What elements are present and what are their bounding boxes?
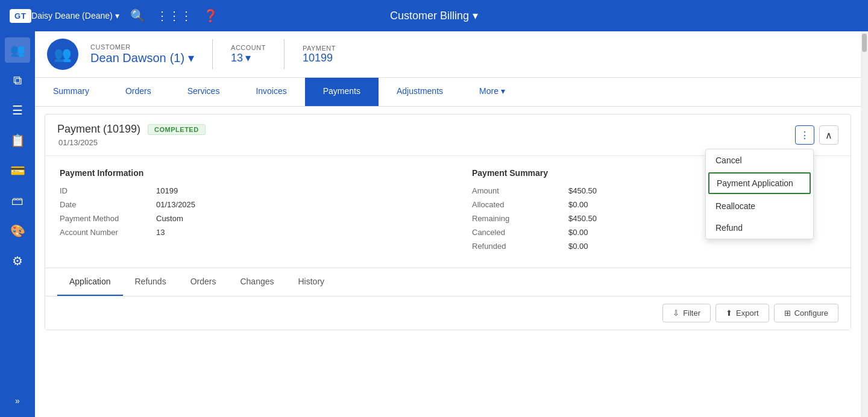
payment-date: 01/13/2025 (58, 138, 206, 147)
sidebar-item-calculator[interactable]: 🗃 (5, 188, 30, 213)
grid-icon[interactable]: ⋮⋮⋮ (156, 8, 192, 23)
sidebar-expand-button[interactable]: » (5, 392, 30, 410)
payment-info-title: Payment Information (60, 168, 424, 178)
payment-information-section: Payment Information ID 10199 Date 01/13/… (60, 168, 424, 256)
dropdown-refund[interactable]: Refund (706, 217, 813, 239)
summary-value-canceled: $0.00 (568, 228, 588, 237)
configure-button[interactable]: ⊞ Configure (774, 304, 838, 322)
filter-button[interactable]: ⇩ Filter (662, 304, 711, 322)
export-icon: ⬆ (726, 309, 732, 318)
collapse-button[interactable]: ∧ (819, 125, 838, 145)
logo: GT (10, 9, 31, 23)
summary-value-remaining: $450.50 (568, 214, 597, 223)
info-label-id: ID (60, 186, 156, 195)
account-value[interactable]: 13 ▾ (231, 51, 266, 64)
more-actions-button[interactable]: ⋮ Cancel Payment Application Reallocate … (795, 125, 814, 145)
summary-value-refunded: $0.00 (568, 242, 588, 251)
tab-orders[interactable]: Orders (107, 78, 169, 106)
info-value-id: 10199 (156, 186, 178, 195)
payment-value: 10199 (303, 52, 336, 64)
search-icon[interactable]: 🔍 (130, 8, 145, 23)
tab-bar: Summary Orders Services Invoices Payment… (35, 78, 861, 107)
dropdown-payment-application[interactable]: Payment Application (708, 172, 811, 194)
sidebar-item-settings[interactable]: ⚙ (5, 248, 30, 274)
customer-info: CUSTOMER Dean Dawson (1) ▾ (90, 43, 194, 65)
help-icon[interactable]: ❓ (203, 8, 218, 23)
info-row-account: Account Number 13 (60, 228, 424, 237)
sub-tab-refunds[interactable]: Refunds (123, 268, 178, 296)
info-row-date: Date 01/13/2025 (60, 200, 424, 209)
header-divider-1 (212, 39, 213, 69)
status-badge: COMPLETED (148, 124, 206, 135)
content-area: 👥 CUSTOMER Dean Dawson (1) ▾ ACCOUNT 13 … (35, 31, 861, 417)
sidebar-item-palette[interactable]: 🎨 (5, 218, 30, 243)
scroll-thumb[interactable] (862, 34, 867, 52)
sub-tab-history[interactable]: History (286, 268, 337, 296)
payment-card: Payment (10199) COMPLETED 01/13/2025 ⋮ C… (45, 114, 851, 330)
sidebar-item-customers[interactable]: 👥 (5, 37, 30, 63)
top-nav-right: Daisy Deane (Deane) ▾ 🔍 ⋮⋮⋮ ❓ (31, 8, 218, 23)
scrollbar[interactable] (861, 31, 868, 417)
tab-more[interactable]: More ▾ (461, 78, 523, 106)
sub-tab-orders[interactable]: Orders (178, 268, 228, 296)
account-label: ACCOUNT (231, 44, 266, 51)
account-chevron-icon: ▾ (245, 51, 251, 64)
dropdown-cancel[interactable]: Cancel (706, 149, 813, 171)
main-layout: 👥 ⧉ ☰ 📋 💳 🗃 🎨 ⚙ » 👥 CUSTOMER Dean Dawson… (0, 31, 868, 417)
account-field: ACCOUNT 13 ▾ (231, 44, 266, 64)
info-value-account: 13 (156, 228, 165, 237)
export-button[interactable]: ⬆ Export (715, 304, 769, 322)
tab-payments[interactable]: Payments (305, 78, 379, 106)
customer-header: 👥 CUSTOMER Dean Dawson (1) ▾ ACCOUNT 13 … (35, 31, 861, 78)
summary-label-refunded: Refunded (472, 242, 568, 251)
summary-label-allocated: Allocated (472, 200, 568, 209)
user-chevron-icon: ▾ (115, 11, 119, 20)
top-navigation: GT Customer Billing ▾ Daisy Deane (Deane… (0, 0, 868, 31)
info-label-method: Payment Method (60, 214, 156, 223)
info-label-date: Date (60, 200, 156, 209)
sidebar: 👥 ⧉ ☰ 📋 💳 🗃 🎨 ⚙ » (0, 31, 35, 417)
tab-adjustments[interactable]: Adjustments (379, 78, 461, 106)
info-value-method: Custom (156, 214, 183, 223)
sidebar-item-card[interactable]: 💳 (5, 158, 30, 183)
summary-row-refunded: Refunded $0.00 (472, 242, 836, 251)
info-value-date: 01/13/2025 (156, 200, 195, 209)
payment-label: PAYMENT (303, 45, 336, 52)
filter-icon: ⇩ (673, 309, 679, 318)
info-label-account: Account Number (60, 228, 156, 237)
configure-icon: ⊞ (784, 309, 791, 318)
toolbar: ⇩ Filter ⬆ Export ⊞ Configure (45, 296, 851, 330)
summary-label-remaining: Remaining (472, 214, 568, 223)
sidebar-item-copy[interactable]: ⧉ (5, 67, 30, 93)
payment-title: Payment (10199) (57, 123, 140, 136)
customer-name[interactable]: Dean Dawson (1) ▾ (90, 51, 194, 65)
info-row-method: Payment Method Custom (60, 214, 424, 223)
info-row-id: ID 10199 (60, 186, 424, 195)
payment-field: PAYMENT 10199 (303, 45, 336, 64)
sub-tab-application[interactable]: Application (57, 268, 123, 296)
sidebar-item-document[interactable]: 📋 (5, 128, 30, 153)
app-title[interactable]: Customer Billing ▾ (390, 9, 478, 22)
payment-card-header: Payment (10199) COMPLETED 01/13/2025 ⋮ C… (45, 114, 851, 156)
customer-chevron-icon: ▾ (188, 51, 194, 65)
dropdown-reallocate[interactable]: Reallocate (706, 195, 813, 217)
sub-tab-changes[interactable]: Changes (228, 268, 286, 296)
tab-summary[interactable]: Summary (35, 78, 107, 106)
summary-label-canceled: Canceled (472, 228, 568, 237)
sub-tab-bar: Application Refunds Orders Changes Histo… (45, 268, 851, 296)
title-chevron-icon: ▾ (473, 9, 478, 22)
tab-services[interactable]: Services (169, 78, 238, 106)
tab-invoices[interactable]: Invoices (237, 78, 304, 106)
header-divider-2 (284, 39, 285, 69)
summary-value-allocated: $0.00 (568, 200, 588, 209)
summary-label-amount: Amount (472, 186, 568, 195)
card-header-actions: ⋮ Cancel Payment Application Reallocate … (795, 125, 838, 145)
dropdown-menu: Cancel Payment Application Reallocate Re… (705, 149, 814, 239)
summary-value-amount: $450.50 (568, 186, 597, 195)
main-content: Payment (10199) COMPLETED 01/13/2025 ⋮ C… (35, 107, 861, 417)
avatar: 👥 (47, 39, 78, 70)
sidebar-item-list[interactable]: ☰ (5, 98, 30, 123)
user-menu[interactable]: Daisy Deane (Deane) ▾ (31, 11, 119, 20)
customer-label: CUSTOMER (90, 43, 194, 51)
